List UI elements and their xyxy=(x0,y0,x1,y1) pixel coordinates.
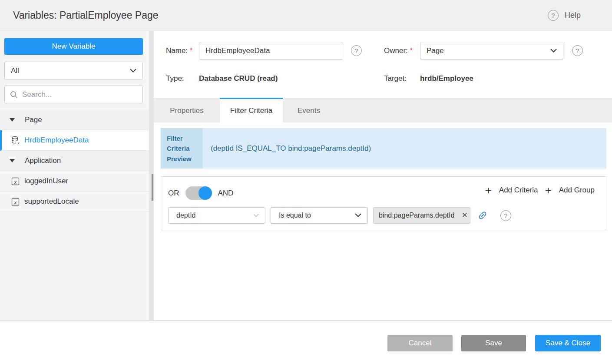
collapse-triangle-icon xyxy=(10,159,15,162)
help-button[interactable]: ? Help xyxy=(548,0,581,31)
svg-text:x: x xyxy=(13,179,17,184)
tab-properties[interactable]: Properties xyxy=(154,98,220,122)
owner-label: Owner:* xyxy=(384,46,413,55)
tree-group-application[interactable]: Application xyxy=(0,151,149,171)
tree-item-label: supportedLocale xyxy=(24,197,79,206)
plus-icon: + xyxy=(545,185,552,196)
chevron-down-icon xyxy=(355,213,361,218)
name-input[interactable] xyxy=(199,42,343,60)
and-label: AND xyxy=(218,189,234,198)
tree-item-hrdbemployeedata[interactable]: x HrdbEmployeeData xyxy=(0,130,149,151)
cancel-button[interactable]: Cancel xyxy=(387,335,453,351)
criteria-operator-select[interactable]: Is equal to xyxy=(271,207,368,224)
sidebar-scrollbar[interactable] xyxy=(149,31,154,320)
owner-select-value: Page xyxy=(427,46,444,55)
tab-events[interactable]: Events xyxy=(283,98,335,122)
collapse-triangle-icon xyxy=(10,118,15,122)
tree-group-label: Application xyxy=(25,156,61,165)
help-label: Help xyxy=(565,11,581,20)
plus-icon: + xyxy=(485,185,492,196)
dialog-footer: Cancel Save Save & Close xyxy=(0,320,612,364)
criteria-actions: + Add Criteria + Add Group xyxy=(485,185,595,196)
criteria-group-box: OR AND + Add Criteria + Add Group deptId… xyxy=(161,176,606,230)
preview-label: Filter Criteria Preview xyxy=(161,128,203,169)
static-variable-icon: x xyxy=(11,197,20,206)
new-variable-button[interactable]: New Variable xyxy=(4,38,143,55)
filter-criteria-preview: Filter Criteria Preview (deptId IS_EQUAL… xyxy=(161,128,606,169)
search-input[interactable] xyxy=(22,90,137,99)
or-and-toggle[interactable] xyxy=(185,186,212,200)
bind-link-icon[interactable] xyxy=(477,210,488,222)
variables-dialog: Variables: PartialEmployee Page ? Help N… xyxy=(0,0,612,364)
database-variable-icon: x xyxy=(11,136,20,145)
close-icon[interactable]: ✕ xyxy=(462,211,468,220)
target-label: Target: xyxy=(384,74,407,83)
criteria-field-select[interactable]: deptId xyxy=(168,207,265,224)
logic-toggle-row: OR AND xyxy=(168,186,233,200)
svg-text:x: x xyxy=(13,199,17,205)
tab-filter-criteria[interactable]: Filter Criteria xyxy=(220,98,283,122)
page-title: Variables: PartialEmployee Page xyxy=(13,0,159,31)
criteria-operator-value: Is equal to xyxy=(279,212,311,219)
static-variable-icon: x xyxy=(11,177,20,185)
tree-item-loggedinuser[interactable]: x loggedInUser xyxy=(0,171,149,192)
add-criteria-button[interactable]: + Add Criteria xyxy=(485,185,538,196)
owner-select[interactable]: Page xyxy=(420,42,563,60)
tree-group-label: Page xyxy=(25,116,42,124)
name-help-icon[interactable]: ? xyxy=(351,45,362,56)
preview-value: (deptId IS_EQUAL_TO bind:pageParams.dept… xyxy=(203,128,606,169)
required-marker: * xyxy=(410,47,413,54)
variables-sidebar: New Variable All Page xyxy=(0,31,149,320)
tree-item-supportedlocale[interactable]: x supportedLocale xyxy=(0,192,149,212)
tree-group-page[interactable]: Page xyxy=(0,110,149,130)
variable-type-filter-value: All xyxy=(11,66,19,75)
tree-item-label: loggedInUser xyxy=(24,177,68,185)
target-value: hrdb/Employee xyxy=(420,74,473,83)
type-label: Type: xyxy=(166,74,184,83)
detail-tabbar: Properties Filter Criteria Events xyxy=(154,98,612,122)
scrollbar-thumb[interactable] xyxy=(152,174,153,201)
required-marker: * xyxy=(190,47,192,54)
chevron-down-icon xyxy=(253,214,259,218)
type-value: Database CRUD (read) xyxy=(199,74,278,83)
help-icon: ? xyxy=(548,10,559,21)
save-and-close-button[interactable]: Save & Close xyxy=(535,335,601,351)
variables-tree: Page x HrdbEmployeeData Application xyxy=(0,110,149,212)
tree-item-label: HrdbEmployeeData xyxy=(24,136,89,145)
criteria-value-text: bind:pageParams.deptId xyxy=(379,212,454,219)
save-button[interactable]: Save xyxy=(461,335,526,351)
or-label: OR xyxy=(168,189,179,198)
search-icon xyxy=(10,91,18,99)
variable-search xyxy=(4,86,143,103)
owner-help-icon[interactable]: ? xyxy=(572,45,583,56)
criteria-help-icon[interactable]: ? xyxy=(500,210,511,221)
toggle-knob xyxy=(198,186,212,200)
chevron-down-icon xyxy=(130,69,136,73)
svg-text:x: x xyxy=(17,141,20,145)
chevron-down-icon xyxy=(550,49,557,53)
criteria-value-chip[interactable]: bind:pageParams.deptId ✕ xyxy=(373,207,470,224)
dialog-header: Variables: PartialEmployee Page ? Help xyxy=(0,0,612,31)
variable-type-filter-select[interactable]: All xyxy=(4,62,143,79)
criteria-field-value: deptId xyxy=(176,212,195,219)
add-group-button[interactable]: + Add Group xyxy=(545,185,595,196)
name-label: Name:* xyxy=(166,46,192,55)
